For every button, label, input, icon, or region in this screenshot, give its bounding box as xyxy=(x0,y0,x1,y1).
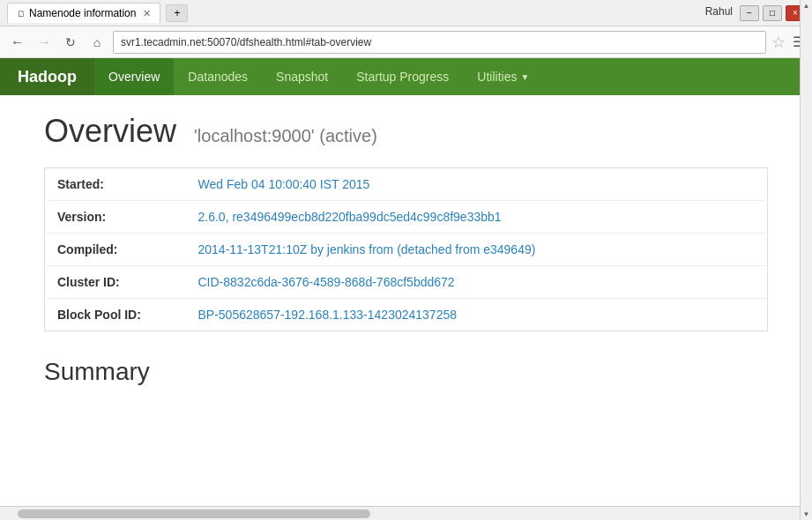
table-row: Block Pool ID: BP-505628657-192.168.1.13… xyxy=(45,299,768,331)
back-button[interactable]: ← xyxy=(7,32,28,53)
nav-link-startup-progress[interactable]: Startup Progress xyxy=(342,58,463,95)
nav-link-snapshot[interactable]: Snapshot xyxy=(262,58,342,95)
table-row: Cluster ID: CID-8832c6da-3676-4589-868d-… xyxy=(45,266,768,299)
url-input[interactable] xyxy=(113,31,766,54)
horizontal-scrollbar[interactable] xyxy=(0,506,800,520)
summary-title: Summary xyxy=(44,358,768,386)
scroll-down-icon[interactable]: ▼ xyxy=(801,509,812,520)
tab-title: Namenode information xyxy=(29,7,136,19)
table-row: Compiled: 2014-11-13T21:10Z by jenkins f… xyxy=(45,234,768,266)
navbar: Hadoop Overview Datanodes Snapshot Start… xyxy=(0,58,812,95)
address-bar: ← → ↻ ⌂ ☆ ☰ xyxy=(0,26,812,58)
page-title: Overview 'localhost:9000' (active) xyxy=(44,113,768,150)
nav-brand: Hadoop xyxy=(0,58,94,95)
nav-link-datanodes[interactable]: Datanodes xyxy=(174,58,262,95)
title-bar-left: 🗋 Namenode information ✕ + xyxy=(7,3,188,23)
browser-tab[interactable]: 🗋 Namenode information ✕ xyxy=(7,3,160,23)
table-value-compiled: 2014-11-13T21:10Z by jenkins from (detac… xyxy=(186,234,768,266)
table-label-block-pool-id: Block Pool ID: xyxy=(45,299,186,331)
info-table: Started: Wed Feb 04 10:00:40 IST 2015 Ve… xyxy=(44,167,768,331)
minimize-button[interactable]: − xyxy=(740,5,759,21)
tab-favicon-icon: 🗋 xyxy=(17,9,26,19)
table-value-version: 2.6.0, re3496499ecb8d220fba99dc5ed4c99c8… xyxy=(186,201,768,234)
title-bar-controls: Rahul − □ × xyxy=(705,5,805,21)
tab-close-icon[interactable]: ✕ xyxy=(143,8,151,19)
reload-button[interactable]: ↻ xyxy=(60,32,81,53)
table-row: Version: 2.6.0, re3496499ecb8d220fba99dc… xyxy=(45,201,768,234)
main-content: Overview 'localhost:9000' (active) Start… xyxy=(0,95,812,502)
scroll-up-icon[interactable]: ▲ xyxy=(801,0,812,11)
table-label-compiled: Compiled: xyxy=(45,234,186,266)
table-row: Started: Wed Feb 04 10:00:40 IST 2015 xyxy=(45,168,768,201)
table-value-cluster-id: CID-8832c6da-3676-4589-868d-768cf5bdd672 xyxy=(186,266,768,299)
table-label-cluster-id: Cluster ID: xyxy=(45,266,186,299)
nav-link-utilities[interactable]: Utilities ▼ xyxy=(463,58,543,95)
overview-subtitle: 'localhost:9000' (active) xyxy=(194,126,377,145)
table-value-started: Wed Feb 04 10:00:40 IST 2015 xyxy=(186,168,768,201)
home-button[interactable]: ⌂ xyxy=(86,32,108,53)
table-label-version: Version: xyxy=(45,201,186,234)
forward-button[interactable]: → xyxy=(34,32,55,53)
title-bar: 🗋 Namenode information ✕ + Rahul − □ × xyxy=(0,0,812,26)
vertical-scrollbar[interactable]: ▲ ▼ xyxy=(800,0,812,520)
scrollbar-thumb[interactable] xyxy=(18,509,370,518)
bookmark-icon[interactable]: ☆ xyxy=(771,33,786,52)
user-label: Rahul xyxy=(705,5,733,21)
restore-button[interactable]: □ xyxy=(763,5,782,21)
new-tab-button[interactable]: + xyxy=(166,4,188,22)
dropdown-arrow-icon: ▼ xyxy=(520,72,529,82)
nav-link-overview[interactable]: Overview xyxy=(94,58,174,95)
table-value-block-pool-id: BP-505628657-192.168.1.133-1423024137258 xyxy=(186,299,768,331)
table-label-started: Started: xyxy=(45,168,186,201)
